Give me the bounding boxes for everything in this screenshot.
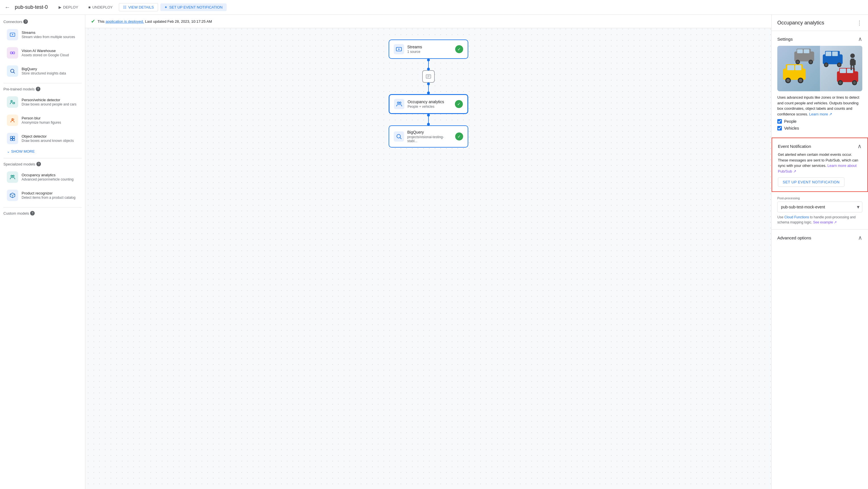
see-example-link[interactable]: See example ↗: [813, 220, 837, 224]
svg-rect-15: [10, 139, 12, 141]
svg-rect-13: [10, 136, 12, 139]
more-options-icon[interactable]: ⋮: [857, 19, 862, 26]
svg-point-18: [13, 175, 14, 177]
svg-line-31: [400, 137, 401, 139]
advanced-options-section: Advanced options ∧: [772, 230, 868, 246]
svg-rect-3: [13, 52, 15, 54]
svg-rect-16: [13, 139, 15, 141]
divider-3: [3, 207, 82, 208]
svg-rect-66: [850, 60, 851, 65]
sidebar-item-person-blur[interactable]: Person blur Anonymize human figures: [3, 112, 82, 129]
svg-rect-35: [795, 65, 802, 70]
advanced-options-collapse-button[interactable]: ∧: [858, 234, 862, 241]
deployed-link[interactable]: application is deployed.: [105, 19, 144, 24]
people-checkbox-row: People: [777, 119, 862, 124]
chevron-down-icon: ⌄: [7, 149, 10, 154]
right-panel-header: Occupancy analytics ⋮: [772, 15, 868, 31]
preview-left: [777, 46, 820, 91]
event-notification-description: Get alerted when certain model events oc…: [778, 152, 862, 174]
sidebar-item-bigquery[interactable]: BigQuery Store structured insights data: [3, 63, 82, 80]
occupancy-flow-node[interactable]: Occupancy analytics People + vehicles ✓: [389, 94, 468, 114]
svg-rect-68: [850, 65, 852, 70]
sidebar-item-streams[interactable]: Streams Stream video from multiple sourc…: [3, 26, 82, 43]
back-button[interactable]: ←: [5, 4, 10, 10]
svg-rect-50: [825, 52, 831, 56]
pretrained-help-icon[interactable]: ?: [36, 87, 40, 91]
svg-point-7: [11, 100, 12, 102]
svg-rect-14: [13, 136, 15, 139]
deploy-button[interactable]: ▶ DEPLOY: [55, 3, 82, 11]
sidebar-item-product-recognizer[interactable]: Product recognizer Detect items from a p…: [3, 187, 82, 204]
vision-ai-info: Vision AI Warehouse Assets stored on Goo…: [22, 49, 69, 57]
intermediate-node[interactable]: [422, 70, 435, 83]
object-detector-icon: [7, 133, 18, 144]
show-more-button[interactable]: ⌄ SHOW MORE: [3, 148, 82, 155]
post-processing-label: Post-processing: [777, 196, 862, 200]
people-checkbox[interactable]: [777, 119, 782, 124]
occupancy-flow-icon: [394, 99, 404, 109]
page-title: pub-sub-test-0: [15, 4, 48, 10]
svg-line-20: [10, 194, 12, 195]
svg-point-10: [14, 103, 14, 104]
external-link-icon-2: ↗: [793, 169, 796, 174]
occupancy-check-icon: ✓: [455, 100, 463, 108]
person-blur-icon: [7, 115, 18, 126]
advanced-options-title: Advanced options: [777, 236, 811, 240]
streams-flow-node[interactable]: Streams 1 source ✓: [389, 39, 468, 59]
svg-rect-2: [10, 52, 12, 54]
event-notification-header: Event Notification ∧: [778, 143, 862, 150]
post-processing-section: Post-processing pub-sub-test-mock-event …: [772, 192, 868, 230]
svg-point-11: [12, 119, 13, 120]
setup-event-notification-nav-button[interactable]: ✦ SET UP EVENT NOTIFICATION: [160, 3, 226, 11]
connectors-help-icon[interactable]: ?: [23, 19, 28, 24]
vehicles-label: Vehicles: [784, 126, 799, 130]
status-text: This application is deployed. Last updat…: [97, 19, 212, 24]
svg-point-9: [13, 103, 14, 104]
preview-image: [777, 46, 862, 91]
sidebar-item-vision-ai[interactable]: Vision AI Warehouse Assets stored on Goo…: [3, 44, 82, 61]
view-details-button[interactable]: ☷ VIEW DETAILS: [119, 3, 158, 11]
occupancy-node-content: Occupancy analytics People + vehicles: [408, 99, 452, 109]
learn-more-link[interactable]: Learn more ↗: [809, 112, 832, 116]
settings-section: Settings ∧: [772, 31, 868, 137]
svg-rect-43: [804, 49, 809, 53]
svg-rect-51: [832, 52, 838, 56]
vehicles-checkbox[interactable]: [777, 126, 782, 130]
product-recognizer-info: Product recognizer Detect items from a p…: [22, 191, 75, 200]
post-processing-select[interactable]: pub-sub-test-mock-event: [777, 202, 862, 212]
custom-help-icon[interactable]: ?: [30, 211, 35, 215]
setup-event-notification-button[interactable]: SET UP EVENT NOTIFICATION: [778, 177, 844, 187]
event-notification-collapse-button[interactable]: ∧: [858, 143, 862, 150]
sidebar: Connectors ? Streams Stream video from m…: [0, 15, 85, 489]
person-vehicle-icon: [7, 96, 18, 108]
svg-point-39: [799, 79, 802, 82]
connector-3: [428, 114, 429, 125]
product-recognizer-icon: [7, 190, 18, 201]
status-check-icon: ✔: [91, 18, 95, 25]
cloud-functions-link[interactable]: Cloud Functions: [784, 215, 809, 219]
occupancy-info: Occupancy analytics Advanced person/vehi…: [22, 173, 74, 181]
external-link-icon: ↗: [829, 112, 832, 116]
sidebar-item-occupancy[interactable]: Occupancy analytics Advanced person/vehi…: [3, 169, 82, 186]
settings-collapse-button[interactable]: ∧: [858, 35, 862, 42]
sidebar-item-person-vehicle[interactable]: Person/vehicle detector Draw boxes aroun…: [3, 94, 82, 111]
specialized-help-icon[interactable]: ?: [36, 162, 41, 166]
event-notification-section: Event Notification ∧ Get alerted when ce…: [772, 137, 868, 192]
bigquery-flow-node[interactable]: BigQuery projects/visionai-testing-stabl…: [389, 125, 468, 148]
bigquery-icon: [7, 65, 18, 77]
bigquery-node-content: BigQuery projects/visionai-testing-stabl…: [407, 130, 452, 143]
specialized-section-title: Specialized models ?: [3, 162, 82, 166]
streams-icon: [7, 29, 18, 40]
bigquery-info: BigQuery Store structured insights data: [22, 67, 66, 75]
vehicles-checkbox-row: Vehicles: [777, 126, 862, 130]
deploy-icon: ▶: [59, 5, 61, 9]
details-icon: ☷: [123, 5, 126, 9]
post-processing-select-wrapper: pub-sub-test-mock-event ▾: [777, 202, 862, 212]
custom-models-title: Custom models ?: [3, 211, 82, 215]
undeploy-button[interactable]: ■ UNDEPLOY: [85, 3, 117, 11]
svg-point-55: [838, 63, 840, 66]
svg-rect-59: [847, 68, 853, 73]
external-link-icon-3: ↗: [834, 220, 837, 224]
sidebar-item-object-detector[interactable]: Object detector Draw boxes around known …: [3, 130, 82, 147]
connector-1: [428, 59, 429, 70]
